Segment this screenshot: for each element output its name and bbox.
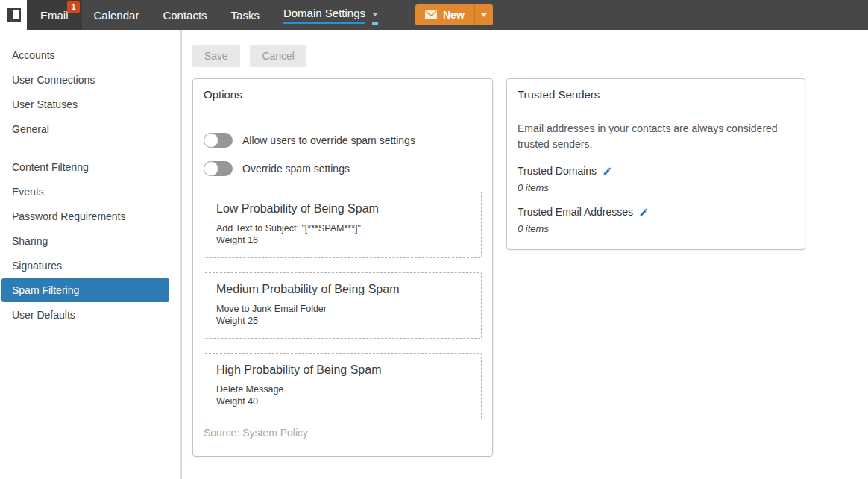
tab-contacts[interactable]: Contacts — [151, 0, 218, 30]
trusted-domains-count: 0 items — [518, 182, 794, 193]
main-content: Save Cancel Options Allow users to overr… — [183, 30, 868, 457]
toggle-row-override: Override spam settings — [204, 160, 482, 178]
envelope-icon — [425, 10, 437, 19]
sidebar-item-user-connections[interactable]: User Connections — [1, 68, 169, 92]
allow-users-override-label: Allow users to override spam settings — [242, 134, 415, 146]
domain-settings-dropdown[interactable] — [372, 6, 378, 25]
edit-trusted-domains-button[interactable] — [603, 166, 612, 176]
pencil-icon — [639, 207, 649, 217]
spam-level-low-title: Low Probability of Being Spam — [216, 202, 469, 216]
sidebar-divider — [1, 148, 169, 148]
spam-level-low-box[interactable]: Low Probability of Being Spam Add Text t… — [204, 192, 482, 258]
sidebar-item-events[interactable]: Events — [1, 180, 169, 204]
chevron-down-icon — [481, 13, 487, 17]
trusted-domains-row: Trusted Domains — [518, 165, 794, 177]
options-card-title: Options — [193, 79, 492, 110]
email-unread-badge: 1 — [67, 1, 79, 13]
allow-users-override-toggle[interactable] — [204, 133, 233, 148]
sidebar-item-password-requirements[interactable]: Password Requirements — [1, 204, 169, 228]
tab-tasks[interactable]: Tasks — [219, 0, 271, 30]
sidebar-item-user-defaults[interactable]: User Defaults — [1, 303, 169, 327]
save-button[interactable]: Save — [192, 45, 240, 67]
new-button-group: New — [415, 4, 493, 25]
trusted-senders-card: Trusted Senders Email addresses in your … — [506, 78, 805, 250]
new-button-label: New — [443, 9, 465, 21]
top-navbar: Email 1 Calendar Contacts Tasks Domain S… — [0, 0, 868, 30]
tab-calendar[interactable]: Calendar — [82, 0, 151, 30]
tab-tasks-label: Tasks — [231, 9, 260, 22]
sidebar-item-sharing[interactable]: Sharing — [1, 229, 169, 253]
spam-level-medium-action: Move to Junk Email Folder — [216, 303, 469, 315]
new-button[interactable]: New — [415, 4, 474, 25]
trusted-domains-label: Trusted Domains — [518, 165, 597, 177]
nav-bar: Email 1 Calendar Contacts Tasks Domain S… — [27, 0, 868, 30]
trusted-email-addresses-label: Trusted Email Addresses — [518, 206, 633, 218]
tab-email-label: Email — [40, 9, 69, 22]
spam-level-high-weight: Weight 40 — [216, 395, 469, 407]
nav-left-strip — [0, 0, 27, 30]
override-spam-settings-label: Override spam settings — [242, 163, 350, 175]
trusted-senders-body: Email addresses in your contacts are alw… — [507, 110, 805, 249]
edit-trusted-email-addresses-button[interactable] — [639, 207, 649, 217]
sidebar-item-signatures[interactable]: Signatures — [1, 254, 169, 278]
source-policy-label: Source: System Policy — [204, 427, 482, 439]
trusted-email-addresses-row: Trusted Email Addresses — [518, 206, 794, 218]
toggle-knob — [204, 133, 218, 148]
chevron-down-icon — [372, 13, 378, 16]
sidebar-toggle-icon[interactable] — [7, 8, 21, 22]
sidebar-item-general[interactable]: General — [1, 117, 169, 141]
spam-level-low-weight: Weight 16 — [216, 234, 469, 246]
pencil-icon — [603, 166, 612, 176]
trusted-senders-description: Email addresses in your contacts are alw… — [518, 121, 794, 152]
options-card-body: Allow users to override spam settings Ov… — [193, 110, 492, 456]
tab-calendar-label: Calendar — [94, 9, 139, 22]
spam-level-high-action: Delete Message — [216, 383, 469, 395]
trusted-email-addresses-count: 0 items — [518, 223, 794, 234]
override-spam-settings-toggle[interactable] — [204, 161, 233, 176]
spam-level-low-action: Add Text to Subject: "[***SPAM***]" — [216, 222, 469, 234]
sidebar-item-user-statuses[interactable]: User Statuses — [1, 93, 169, 116]
trusted-senders-title: Trusted Senders — [507, 79, 805, 110]
tab-domain-settings[interactable]: Domain Settings — [271, 0, 390, 30]
tab-email[interactable]: Email 1 — [27, 0, 82, 30]
settings-sidebar: Accounts User Connections User Statuses … — [0, 30, 182, 479]
sidebar-item-content-filtering[interactable]: Content Filtering — [1, 155, 169, 179]
spam-level-medium-weight: Weight 25 — [216, 315, 469, 327]
spam-level-high-title: High Probability of Being Spam — [216, 363, 469, 377]
spam-level-high-box[interactable]: High Probability of Being Spam Delete Me… — [204, 353, 482, 419]
tab-domain-settings-label: Domain Settings — [283, 7, 365, 24]
toggle-row-allow-override: Allow users to override spam settings — [204, 131, 482, 149]
spam-level-medium-box[interactable]: Medium Probability of Being Spam Move to… — [204, 272, 482, 339]
sidebar-toggle-fill — [9, 10, 13, 19]
spam-level-medium-title: Medium Probability of Being Spam — [216, 283, 469, 296]
toggle-knob — [204, 161, 218, 176]
options-card: Options Allow users to override spam set… — [192, 78, 493, 457]
cancel-button[interactable]: Cancel — [250, 45, 306, 67]
cards-row: Options Allow users to override spam set… — [192, 78, 856, 457]
new-button-dropdown[interactable] — [474, 4, 493, 25]
action-toolbar: Save Cancel — [192, 45, 856, 67]
tab-contacts-label: Contacts — [163, 9, 207, 22]
sidebar-item-accounts[interactable]: Accounts — [1, 43, 169, 67]
sidebar-item-spam-filtering[interactable]: Spam Filtering — [1, 278, 169, 302]
